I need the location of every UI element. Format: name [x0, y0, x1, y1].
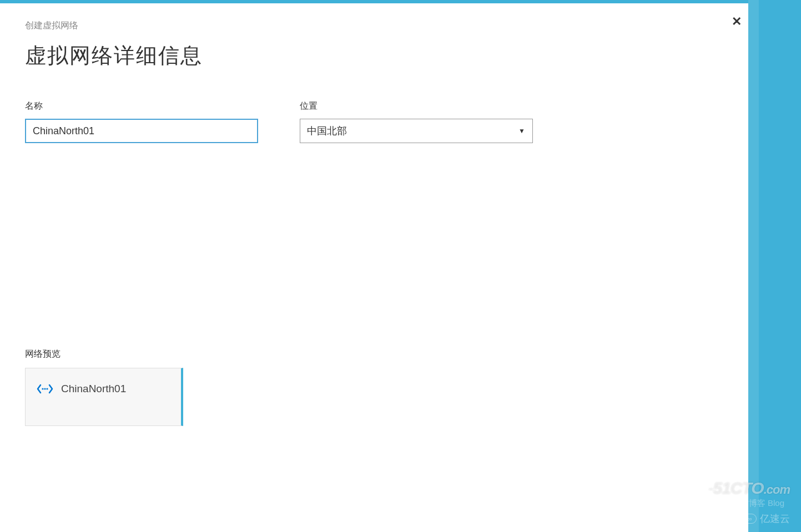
- close-button[interactable]: ✕: [732, 16, 742, 28]
- name-label: 名称: [25, 100, 258, 112]
- form-row: 名称 位置 中国北部 ▼: [25, 100, 723, 143]
- network-preview-section: 网络预览 ChinaNorth01: [25, 348, 723, 426]
- right-accent-bar: [748, 0, 801, 532]
- name-field-group: 名称: [25, 100, 258, 143]
- dialog-content: ✕ 创建虚拟网络 虚拟网络详细信息 名称 位置 中国北部 ▼ 网络预览: [0, 3, 748, 532]
- breadcrumb: 创建虚拟网络: [25, 20, 723, 32]
- location-label: 位置: [300, 100, 533, 112]
- preview-section-label: 网络预览: [25, 348, 723, 360]
- preview-card[interactable]: ChinaNorth01: [25, 368, 183, 426]
- svg-point-0: [42, 388, 43, 389]
- svg-point-1: [44, 388, 46, 389]
- location-select[interactable]: 中国北部: [300, 119, 533, 143]
- preview-card-name: ChinaNorth01: [61, 383, 126, 395]
- location-select-wrapper: 中国北部 ▼: [300, 119, 533, 143]
- page-title: 虚拟网络详细信息: [25, 42, 723, 70]
- svg-point-2: [46, 388, 48, 389]
- network-icon: [37, 383, 53, 397]
- location-field-group: 位置 中国北部 ▼: [300, 100, 533, 143]
- name-input[interactable]: [25, 119, 258, 143]
